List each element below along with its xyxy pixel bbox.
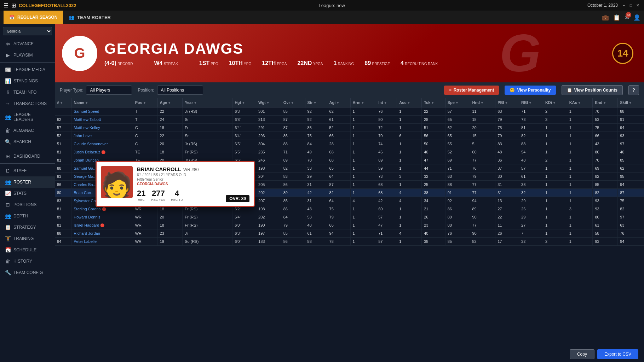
position-select[interactable]: All Positions QBRBWRTE OLDLLBDB KP bbox=[157, 86, 203, 95]
roster-table-container[interactable]: #▼Name▼Pos▼Age▼Year▼Hgt▼Wgt▼Ovr▼Str▼Agi▼… bbox=[55, 98, 644, 362]
clipboard-icon[interactable]: 📋 bbox=[613, 14, 620, 21]
view-position-counts-btn[interactable]: 📋 View Position Counts bbox=[562, 85, 623, 95]
sidebar-item-transactions[interactable]: ↔TRANSACTIONS bbox=[0, 98, 55, 109]
player-name-link[interactable]: Charles Ba... bbox=[74, 182, 96, 187]
table-row[interactable]: 57Matthew KelleyC18Fr6'4"291878552172151… bbox=[55, 124, 644, 132]
sidebar-item-team-info[interactable]: ℹTEAM INFO bbox=[0, 87, 55, 98]
col-header-end[interactable]: End▼ bbox=[593, 98, 618, 107]
menu-icon[interactable]: ☰ bbox=[4, 2, 8, 9]
positions-icon: ⊡ bbox=[5, 202, 11, 208]
player-name-link[interactable]: Jonah Duncan bbox=[74, 158, 99, 162]
help-btn[interactable]: ? bbox=[628, 85, 639, 95]
mail-icon[interactable]: ✉ 33 bbox=[625, 14, 629, 21]
maximize-btn[interactable]: □ bbox=[628, 3, 633, 8]
sidebar-item-staff[interactable]: 🗋STAFF bbox=[0, 165, 55, 176]
sidebar-item-standings[interactable]: 📊STANDINGS bbox=[0, 75, 55, 87]
player-name-link[interactable]: Peter Labelle bbox=[74, 239, 97, 244]
sidebar-item-positions[interactable]: ⊡POSITIONS bbox=[0, 199, 55, 210]
player-name-link[interactable]: Claude Schoonover bbox=[74, 142, 108, 146]
player-name-link[interactable]: Justin Delacruz bbox=[74, 150, 100, 154]
col-header-pbi[interactable]: PBI▼ bbox=[495, 98, 519, 107]
col-header-spe[interactable]: Spe▼ bbox=[445, 98, 470, 107]
copy-btn[interactable]: Copy bbox=[570, 349, 594, 359]
sidebar-item-schedule[interactable]: 📅SCHEDULE bbox=[0, 244, 55, 256]
sidebar-item-search[interactable]: 🔍SEARCH bbox=[0, 136, 55, 147]
sidebar-item-playsim[interactable]: ▶PLAY/SIM bbox=[0, 49, 55, 61]
table-cell: 25 bbox=[422, 181, 445, 189]
col-header-ovr[interactable]: Ovr▼ bbox=[281, 98, 305, 107]
player-name-link[interactable]: Brian Carr... bbox=[74, 191, 94, 195]
table-cell: Claude Schoonover bbox=[71, 140, 133, 148]
briefcase-icon[interactable]: 💼 bbox=[602, 14, 609, 21]
table-row[interactable]: 52John LoveC22Sr6'4"29686756617065665157… bbox=[55, 132, 644, 140]
table-row[interactable]: 84Peter LabelleWR19So (RS)6'0"1838658781… bbox=[55, 238, 644, 246]
col-header-skill[interactable]: Skill▼ bbox=[618, 98, 644, 107]
col-header-str[interactable]: Str▼ bbox=[305, 98, 327, 107]
sidebar-item-stats[interactable]: 📈STATS bbox=[0, 188, 55, 199]
table-row[interactable]: 89Howard DennisWR20Fr (RS)6'4"2028453791… bbox=[55, 213, 644, 221]
export-csv-btn[interactable]: Export to CSV bbox=[597, 349, 638, 359]
col-header-rbi[interactable]: RBI▼ bbox=[519, 98, 543, 107]
col-header-tck[interactable]: Tck▼ bbox=[422, 98, 445, 107]
app-logo: COLLEGEFOOTBALL2022 bbox=[19, 3, 76, 8]
sidebar-item-league-leaders[interactable]: 👥LEAGUE LEADERS bbox=[0, 109, 55, 125]
player-name-link[interactable]: Israel Haggard bbox=[74, 223, 99, 227]
table-cell: 26 bbox=[519, 205, 543, 213]
table-cell: 80 bbox=[445, 213, 470, 221]
player-type-select[interactable]: All Players Scholarship Walk-On bbox=[86, 86, 132, 95]
player-name-link[interactable]: Samuel Speed bbox=[74, 109, 99, 113]
table-row[interactable]: 81Israel Haggard🔴WR18Fr (RS)6'0"19079486… bbox=[55, 221, 644, 229]
sidebar-item-training[interactable]: 🏋TRAINING bbox=[0, 233, 55, 244]
table-row[interactable]: 81Justin Delacruz🔴TE18Fr (RS)6'5"2357149… bbox=[55, 148, 644, 156]
col-header-acc[interactable]: Acc▼ bbox=[397, 98, 422, 107]
player-name-link[interactable]: Matthew Kelley bbox=[74, 125, 100, 130]
col-header-agi[interactable]: Agi▼ bbox=[327, 98, 350, 107]
player-name-link[interactable]: George Ma... bbox=[74, 174, 96, 179]
table-cell: 1 bbox=[397, 116, 422, 124]
player-name-link[interactable]: John Love bbox=[74, 134, 92, 138]
sidebar-item-team-config[interactable]: 🔧TEAM CONFIG bbox=[0, 267, 55, 278]
sidebar-item-depth[interactable]: 👥DEPTH bbox=[0, 210, 55, 222]
regular-season-btn[interactable]: 📅 REGULAR SEASON bbox=[4, 11, 63, 24]
col-header-kac[interactable]: KAc▼ bbox=[567, 98, 593, 107]
sidebar-item-dashboard[interactable]: ⊞DASHBOARD bbox=[0, 151, 55, 162]
col-header-arm[interactable]: Arm▼ bbox=[350, 98, 376, 107]
table-cell: 3 bbox=[543, 116, 567, 124]
col-header-int[interactable]: Int▼ bbox=[376, 98, 397, 107]
table-cell: Matthew Talbott bbox=[71, 116, 133, 124]
sidebar-item-strategy[interactable]: 📋STRATEGY bbox=[0, 222, 55, 233]
col-header-pos[interactable]: Pos▼ bbox=[133, 98, 157, 107]
col-header-age[interactable]: Age▼ bbox=[157, 98, 183, 107]
close-btn[interactable]: ✕ bbox=[636, 3, 640, 8]
col-header-kdi[interactable]: KDi▼ bbox=[543, 98, 567, 107]
table-row[interactable]: 51Claude SchoonoverC20Jr (RS)6'5"3048884… bbox=[55, 140, 644, 148]
table-row[interactable]: Samuel SpeedT22Jr (RS)6'3301859262176122… bbox=[55, 107, 644, 116]
player-name-link[interactable]: Richard Jordan bbox=[74, 231, 100, 235]
player-name-link[interactable]: Samuel Ga... bbox=[74, 166, 96, 170]
col-header-name[interactable]: Name▼ bbox=[71, 98, 133, 107]
player-name-link[interactable]: Sterling Corona bbox=[74, 207, 100, 211]
col-header-wgt[interactable]: Wgt▼ bbox=[256, 98, 281, 107]
sidebar-item-roster[interactable]: 👥ROSTER bbox=[0, 176, 55, 188]
sidebar-item-almanac[interactable]: 🗑ALMANAC bbox=[0, 125, 55, 136]
grid-icon[interactable]: ⊞ bbox=[11, 2, 16, 9]
col-header-hgt[interactable]: Hgt▼ bbox=[232, 98, 256, 107]
col-header-#[interactable]: #▼ bbox=[55, 98, 71, 107]
minimize-btn[interactable]: − bbox=[621, 3, 626, 8]
team-prestige: 89 PRESTIGE bbox=[364, 60, 390, 66]
user-icon[interactable]: 👤 bbox=[633, 14, 640, 21]
roster-management-btn[interactable]: ≡ Roster Management bbox=[444, 86, 499, 95]
sidebar-item-league-media[interactable]: 📰LEAGUE MEDIA bbox=[0, 64, 55, 75]
col-header-year[interactable]: Year▼ bbox=[183, 98, 232, 107]
view-personality-btn[interactable]: 😊 View Personality bbox=[505, 86, 556, 95]
sidebar-item-advance[interactable]: ≫ADVANCE bbox=[0, 38, 55, 49]
player-name-link[interactable]: Howard Dennis bbox=[74, 215, 100, 219]
table-row[interactable]: 62Matthew TalbottT24Sr6'8"31387926118012… bbox=[55, 116, 644, 124]
player-name-link[interactable]: Matthew Talbott bbox=[74, 117, 101, 122]
table-row[interactable]: 88Richard JordanWR23Jr6'3"19785619417144… bbox=[55, 229, 644, 238]
table-cell: 88 bbox=[55, 229, 71, 238]
sidebar-item-history[interactable]: 🗑HISTORY bbox=[0, 256, 55, 267]
mail-badge: 33 bbox=[626, 12, 631, 18]
col-header-hnd[interactable]: Hnd▼ bbox=[470, 98, 495, 107]
team-select[interactable]: Georgia bbox=[3, 27, 52, 35]
